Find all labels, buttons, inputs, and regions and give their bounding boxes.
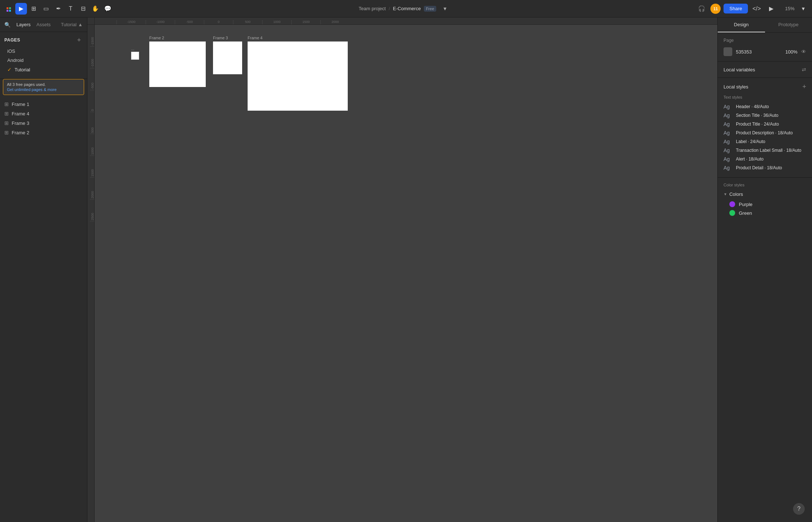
page-color-opacity[interactable]: 100%: [785, 49, 797, 55]
ruler-vertical: -1500 -1000 -500 0 500 1000 1500 2000 25…: [87, 25, 95, 522]
tab-layers[interactable]: Layers: [16, 20, 31, 29]
frame3-box[interactable]: [213, 41, 242, 74]
frame4-box[interactable]: [248, 41, 348, 111]
share-button[interactable]: Share: [724, 4, 748, 13]
play-button[interactable]: ▶: [765, 3, 777, 15]
zoom-dropdown-button[interactable]: ▾: [797, 3, 809, 15]
ag-icon-product-title: Ag: [724, 121, 732, 127]
page-item-ios[interactable]: iOS: [4, 47, 83, 56]
frame1-wrapper[interactable]: ...: [131, 47, 139, 60]
page-name-ios: iOS: [7, 48, 15, 54]
visibility-icon[interactable]: 👁: [801, 49, 806, 55]
frame3-label: Frame 3: [213, 36, 242, 40]
frame-icon: ⊞: [4, 120, 9, 126]
text-style-product-title[interactable]: Ag Product Title · 24/Auto: [724, 120, 806, 128]
ruler-mark: 1500: [291, 20, 320, 24]
dropdown-chevron-button[interactable]: ▾: [439, 3, 451, 15]
upgrade-text: All 3 free pages used.: [7, 82, 80, 87]
frame4-wrapper[interactable]: Frame 4: [248, 36, 348, 111]
color-styles-header: Color styles: [724, 183, 806, 187]
pen-tool-button[interactable]: ✒: [52, 3, 64, 15]
frame2-box[interactable]: [149, 41, 206, 87]
ruler-corner: [87, 17, 95, 25]
frame-icon: ⊞: [4, 101, 9, 107]
layer-item-frame4[interactable]: ⊞ Frame 4: [0, 109, 87, 118]
svg-rect-2: [7, 10, 8, 12]
help-button[interactable]: ?: [793, 503, 805, 515]
main-menu-button[interactable]: [3, 3, 15, 15]
tab-prototype[interactable]: Prototype: [765, 17, 812, 32]
audio-icon[interactable]: 🎧: [696, 3, 707, 15]
pages-header: Pages +: [4, 36, 83, 44]
shape-tool-button[interactable]: ▭: [40, 3, 52, 15]
canvas-content[interactable]: ... Frame 2 Frame 3 Frame 4: [95, 25, 717, 522]
svg-rect-0: [7, 7, 8, 9]
page-item-tutorial[interactable]: ✓ Tutorial: [4, 65, 83, 74]
page-item-android[interactable]: Android: [4, 56, 83, 65]
color-name-green: Green: [739, 210, 752, 216]
ruler-v-mark: 2000: [90, 178, 94, 199]
search-icon[interactable]: 🔍: [4, 22, 11, 28]
text-style-product-description[interactable]: Ag Product Description · 18/Auto: [724, 128, 806, 137]
layer-item-frame3[interactable]: ⊞ Frame 3: [0, 118, 87, 128]
pages-title: Pages: [4, 37, 20, 43]
text-style-label[interactable]: Ag Label · 24/Auto: [724, 137, 806, 146]
text-style-header[interactable]: Ag Header · 48/Auto: [724, 102, 806, 111]
ruler-v-mark: -1500: [90, 25, 94, 47]
color-styles-title: Color styles: [724, 183, 744, 187]
ruler-v-mark: 1500: [90, 156, 94, 178]
text-style-name-alert: Alert · 18/Auto: [736, 157, 764, 162]
layer-item-frame2[interactable]: ⊞ Frame 2: [0, 128, 87, 137]
hand-tool-button[interactable]: ✋: [90, 3, 101, 15]
tab-assets[interactable]: Assets: [36, 20, 51, 29]
canvas-area[interactable]: -1500 -1000 -500 0 500 1000 1500 2000 -1…: [87, 17, 717, 522]
frame-icon: ⊞: [4, 130, 9, 135]
color-item-green[interactable]: Green: [724, 209, 806, 217]
comment-tool-button[interactable]: 💬: [102, 3, 114, 15]
right-panel: Design Prototype Page 535353 100% 👁 Loca…: [717, 17, 812, 522]
text-style-alert[interactable]: Ag Alert · 18/Auto: [724, 155, 806, 163]
page-color-hex[interactable]: 535353: [736, 49, 782, 55]
tab-design[interactable]: Design: [718, 17, 765, 32]
code-view-button[interactable]: </>: [751, 3, 762, 15]
text-style-section-title[interactable]: Ag Section Title · 36/Auto: [724, 111, 806, 120]
ruler-horizontal: -1500 -1000 -500 0 500 1000 1500 2000: [95, 17, 717, 25]
ruler-mark: -500: [175, 20, 204, 24]
avatar: 11: [710, 4, 721, 14]
text-style-transaction-label[interactable]: Ag Transaction Label Small · 18/Auto: [724, 146, 806, 155]
text-style-product-detail[interactable]: Ag Product Detail · 18/Auto: [724, 163, 806, 172]
toolbar-center: Team project / E-Commerce Free ▾: [115, 3, 694, 15]
upgrade-link[interactable]: Get unlimited pages & more: [7, 87, 56, 92]
add-page-button[interactable]: +: [75, 36, 83, 44]
text-styles-subtitle: Text styles: [724, 95, 806, 99]
active-page-indicator: ✓: [7, 67, 12, 72]
color-item-purple[interactable]: Purple: [724, 200, 806, 209]
text-style-name-product-description: Product Description · 18/Auto: [736, 130, 793, 135]
collapse-arrow-icon: ▼: [724, 192, 727, 196]
toolbar-right: 🎧 11 Share </> ▶ 15% ▾: [696, 3, 809, 15]
frame1-box[interactable]: [131, 52, 139, 60]
ag-icon-transaction-label: Ag: [724, 147, 732, 153]
ag-icon-product-description: Ag: [724, 130, 732, 136]
layer-item-frame1[interactable]: ⊞ Frame 1: [0, 99, 87, 109]
text-style-name-transaction-label: Transaction Label Small · 18/Auto: [736, 148, 801, 153]
ruler-v-mark: 0: [90, 90, 94, 112]
text-style-name-section-title: Section Title · 36/Auto: [736, 113, 779, 118]
frame3-wrapper[interactable]: Frame 3: [213, 36, 242, 74]
components-button[interactable]: ⊟: [77, 3, 89, 15]
ag-icon-alert: Ag: [724, 156, 732, 162]
tab-tutorial[interactable]: Tutorial ▲: [61, 22, 83, 27]
layer-name-frame1: Frame 1: [12, 102, 83, 107]
frame2-wrapper[interactable]: Frame 2: [149, 36, 206, 87]
color-group-header[interactable]: ▼ Colors: [724, 191, 806, 197]
frame-tool-button[interactable]: ⊞: [28, 3, 39, 15]
variables-edit-icon[interactable]: ⇄: [802, 67, 806, 72]
text-tool-button[interactable]: T: [65, 3, 76, 15]
frame2-label: Frame 2: [149, 36, 206, 40]
move-tool-button[interactable]: ▶: [15, 3, 27, 15]
ruler-mark: -1500: [117, 20, 146, 24]
add-style-button[interactable]: +: [802, 83, 806, 91]
pages-section: Pages + iOS Android ✓ Tutorial: [0, 32, 87, 79]
page-color-swatch[interactable]: [724, 47, 732, 56]
purple-color-swatch: [729, 201, 735, 207]
